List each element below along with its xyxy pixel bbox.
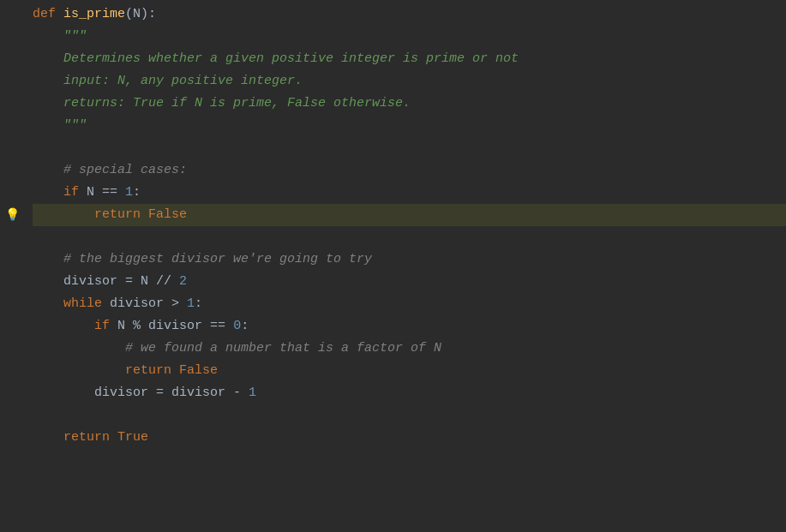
code-line-8: # special cases:: [33, 159, 786, 182]
num-token: 1: [187, 293, 195, 315]
plain-token: :: [241, 315, 249, 338]
varname-token: divisor: [110, 293, 171, 315]
kw-return-token: return: [125, 360, 179, 382]
plain-token: [33, 204, 94, 226]
kw-if-token: if: [94, 315, 117, 338]
op-token: >: [171, 293, 179, 315]
num-token: 1: [125, 182, 133, 204]
plain-token: [171, 271, 179, 293]
bulb-icon[interactable]: 💡: [5, 204, 20, 226]
kw-true-token: True: [117, 427, 148, 449]
kw-return-token: return: [63, 427, 117, 449]
comment-token: # we found a number that is a factor of …: [125, 338, 441, 360]
varname-token: divisor: [63, 271, 125, 293]
code-line-7: [33, 137, 786, 159]
code-line-9: if N == 1:: [33, 182, 786, 204]
plain-token: [33, 315, 94, 338]
kw-false-token: False: [148, 204, 187, 226]
gutter-line-1: [0, 3, 24, 26]
gutter-line-3: [0, 48, 24, 70]
code-line-18: divisor = divisor - 1: [33, 382, 786, 404]
op-token: %: [133, 315, 141, 338]
kw-return-token: return: [94, 204, 148, 226]
docstring-token: """: [63, 115, 87, 137]
kw-if-token: if: [63, 182, 87, 204]
comment-token: # the biggest divisor we're going to try: [63, 248, 372, 271]
kw-fn-token: is_prime: [63, 3, 125, 26]
code-line-1: def is_prime(N):: [33, 3, 786, 26]
plain-token: [33, 248, 63, 271]
varname-token: N: [117, 315, 133, 338]
gutter-line-8: [0, 159, 24, 182]
code-line-10: return False: [33, 204, 786, 226]
gutter-line-19: [0, 404, 24, 427]
varname-token: divisor: [171, 382, 233, 404]
docstring-token: returns: True if N is prime, False other…: [63, 93, 411, 115]
code-line-11: [33, 226, 786, 248]
op-token: //: [156, 271, 171, 293]
code-line-17: return False: [33, 360, 786, 382]
code-area: def is_prime(N): """ Determines whether …: [24, 0, 786, 532]
kw-def-token: def: [33, 3, 63, 26]
gutter-line-20: [0, 427, 24, 449]
plain-token: [33, 360, 125, 382]
code-line-3: Determines whether a given positive inte…: [33, 48, 786, 70]
op-token: =: [125, 271, 133, 293]
gutter-line-11: [0, 226, 24, 248]
plain-token: [33, 26, 63, 48]
comment-token: # special cases:: [63, 159, 187, 182]
gutter-line-10: 💡: [0, 204, 24, 226]
plain-token: [33, 182, 63, 204]
plain-token: [33, 137, 63, 159]
num-token: 2: [179, 271, 187, 293]
plain-token: :: [195, 293, 202, 315]
varname-token: N: [133, 3, 141, 26]
plain-token: [33, 427, 63, 449]
plain-token: [33, 115, 63, 137]
plain-token: :: [133, 182, 141, 204]
code-line-12: # the biggest divisor we're going to try: [33, 248, 786, 271]
gutter-line-15: [0, 315, 24, 338]
varname-token: divisor: [148, 315, 210, 338]
plain-token: [33, 271, 63, 293]
plain-token: [179, 293, 187, 315]
gutter-line-14: [0, 293, 24, 315]
gutter-line-4: [0, 70, 24, 93]
kw-while-token: while: [63, 293, 110, 315]
code-line-13: divisor = N // 2: [33, 271, 786, 293]
plain-token: [141, 315, 148, 338]
docstring-token: """: [63, 26, 87, 48]
num-token: 0: [233, 315, 241, 338]
plain-token: [33, 338, 125, 360]
docstring-token: input: N, any positive integer.: [63, 70, 303, 93]
varname-token: N: [87, 182, 102, 204]
plain-token: [33, 48, 63, 70]
code-line-6: """: [33, 115, 786, 137]
gutter-line-18: [0, 382, 24, 404]
code-editor: 💡 def is_prime(N): """ Determines whethe…: [0, 0, 786, 532]
op-token: ==: [210, 315, 225, 338]
code-line-5: returns: True if N is prime, False other…: [33, 93, 786, 115]
plain-token: ):: [141, 3, 156, 26]
code-line-16: # we found a number that is a factor of …: [33, 338, 786, 360]
code-line-4: input: N, any positive integer.: [33, 70, 786, 93]
plain-token: [117, 182, 125, 204]
plain-token: (: [125, 3, 133, 26]
code-line-2: """: [33, 26, 786, 48]
op-token: -: [233, 382, 241, 404]
num-token: 1: [249, 382, 256, 404]
gutter-line-12: [0, 248, 24, 271]
gutter-line-6: [0, 115, 24, 137]
plain-token: [225, 315, 233, 338]
plain-token: [33, 93, 63, 115]
gutter-line-13: [0, 271, 24, 293]
gutter: 💡: [0, 0, 24, 532]
gutter-line-7: [0, 137, 24, 159]
varname-token: divisor: [94, 382, 156, 404]
kw-false-token: False: [179, 360, 218, 382]
varname-token: N: [141, 271, 156, 293]
gutter-line-17: [0, 360, 24, 382]
code-line-14: while divisor > 1:: [33, 293, 786, 315]
plain-token: [33, 293, 63, 315]
plain-token: [33, 226, 63, 248]
